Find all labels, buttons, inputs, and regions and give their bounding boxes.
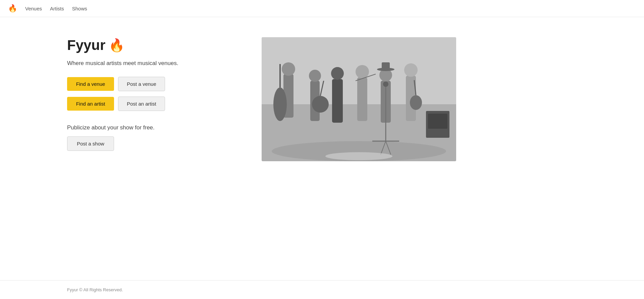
footer-text: Fyyur © All Rights Reserved. <box>67 287 123 292</box>
hero-image <box>262 37 456 161</box>
svg-rect-33 <box>262 37 456 161</box>
title-flame-icon: 🔥 <box>109 38 124 53</box>
musicians-illustration <box>262 37 456 161</box>
find-artist-button[interactable]: Find an artist <box>67 97 114 111</box>
hero-left: Fyyur 🔥 Where musical artists meet music… <box>67 37 235 151</box>
find-venue-button[interactable]: Find a venue <box>67 77 114 91</box>
venues-link[interactable]: Venues <box>25 6 42 11</box>
venue-button-row: Find a venue Post a venue <box>67 77 235 91</box>
artists-link[interactable]: Artists <box>50 6 64 11</box>
hero-subtitle: Where musical artists meet musical venue… <box>67 60 235 67</box>
footer: Fyyur © All Rights Reserved. <box>0 280 644 299</box>
main-content: Fyyur 🔥 Where musical artists meet music… <box>0 17 644 280</box>
title-text: Fyyur <box>67 37 105 53</box>
venue-buttons: Find a venue Post a venue Find an artist… <box>67 77 235 111</box>
artist-button-row: Find an artist Post an artist <box>67 97 235 111</box>
hero-image-container <box>262 37 456 161</box>
post-show-button[interactable]: Post a show <box>67 136 114 151</box>
publicize-text: Publicize about your show for free. <box>67 124 235 131</box>
navbar: 🔥 Venues Artists Shows <box>0 0 644 17</box>
post-venue-button[interactable]: Post a venue <box>118 77 165 91</box>
nav-logo: 🔥 <box>8 4 17 13</box>
shows-link[interactable]: Shows <box>72 6 87 11</box>
hero-title: Fyyur 🔥 <box>67 37 235 53</box>
post-artist-button[interactable]: Post an artist <box>118 97 165 111</box>
show-button-row: Post a show <box>67 136 235 151</box>
